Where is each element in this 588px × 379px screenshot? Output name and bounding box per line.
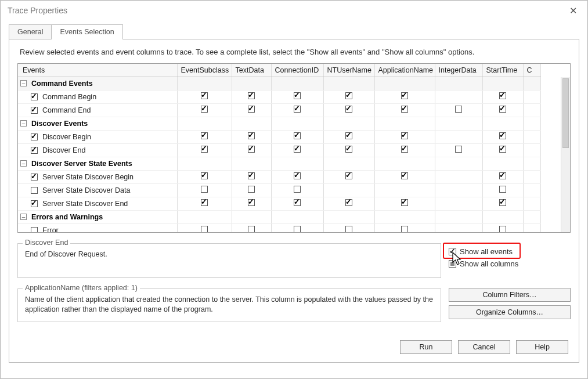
cell-checkbox[interactable] xyxy=(499,172,506,179)
row-select-checkbox[interactable] xyxy=(31,133,38,140)
close-icon[interactable]: ✕ xyxy=(565,3,582,19)
row-select-checkbox[interactable] xyxy=(31,200,38,207)
cell-checkbox[interactable] xyxy=(401,172,408,179)
col-starttime[interactable]: StartTime xyxy=(482,64,523,77)
col-applicationname[interactable]: ApplicationName xyxy=(374,64,435,77)
cell-checkbox[interactable] xyxy=(499,132,506,139)
cancel-button[interactable]: Cancel xyxy=(458,340,510,354)
expand-toggle-icon[interactable]: – xyxy=(20,214,27,220)
cell-checkbox[interactable] xyxy=(455,146,462,153)
cell-checkbox[interactable] xyxy=(248,186,255,193)
cell-checkbox[interactable] xyxy=(401,199,408,206)
group-label: Discover Events xyxy=(31,120,88,128)
event-row[interactable]: Discover End xyxy=(18,143,540,157)
tab-events-selection[interactable]: Events Selection xyxy=(51,24,122,39)
event-row[interactable]: Command Begin xyxy=(18,90,540,103)
cell-checkbox[interactable] xyxy=(248,172,255,179)
show-all-events-checkbox[interactable] xyxy=(449,248,456,255)
scroll-thumb[interactable] xyxy=(562,78,569,148)
show-all-columns-checkbox[interactable] xyxy=(449,260,456,268)
column-detail-legend: ApplicationName (filters applied: 1) xyxy=(23,284,140,292)
cell-checkbox[interactable] xyxy=(345,172,352,179)
cell-checkbox[interactable] xyxy=(294,226,301,232)
event-row[interactable]: Error xyxy=(18,223,540,232)
col-ntusername[interactable]: NTUserName xyxy=(323,64,374,77)
cell-checkbox[interactable] xyxy=(499,226,506,232)
cell-checkbox[interactable] xyxy=(401,106,408,113)
cell-checkbox[interactable] xyxy=(345,226,352,232)
event-label: Server State Discover Begin xyxy=(42,173,134,181)
cell-checkbox[interactable] xyxy=(248,132,255,139)
cell-checkbox[interactable] xyxy=(345,132,352,139)
cell-checkbox[interactable] xyxy=(401,92,408,99)
row-select-checkbox[interactable] xyxy=(31,107,38,114)
cell-checkbox[interactable] xyxy=(201,199,208,206)
row-select-checkbox[interactable] xyxy=(31,174,38,181)
grid-vertical-scrollbar[interactable] xyxy=(561,77,570,232)
event-label: Error xyxy=(42,226,59,233)
run-button[interactable]: Run xyxy=(400,340,452,354)
group-row: –Command Events xyxy=(18,77,540,90)
row-select-checkbox[interactable] xyxy=(31,227,38,233)
cell-checkbox[interactable] xyxy=(294,172,301,179)
cell-checkbox[interactable] xyxy=(201,186,208,193)
cell-checkbox[interactable] xyxy=(201,132,208,139)
cell-checkbox[interactable] xyxy=(401,132,408,139)
col-connectionid[interactable]: ConnectionID xyxy=(271,64,323,77)
event-detail-text: End of Discover Request. xyxy=(25,250,434,259)
cell-checkbox[interactable] xyxy=(345,106,352,113)
cell-checkbox[interactable] xyxy=(401,226,408,232)
cell-checkbox[interactable] xyxy=(455,106,462,113)
cell-checkbox[interactable] xyxy=(248,199,255,206)
cell-checkbox[interactable] xyxy=(294,132,301,139)
tab-general[interactable]: General xyxy=(9,24,52,39)
cell-checkbox[interactable] xyxy=(345,146,352,153)
col-eventsubclass[interactable]: EventSubclass xyxy=(177,64,232,77)
cell-checkbox[interactable] xyxy=(294,186,301,193)
cell-checkbox[interactable] xyxy=(345,92,352,99)
cell-checkbox[interactable] xyxy=(248,92,255,99)
cell-checkbox[interactable] xyxy=(201,172,208,179)
col-overflow[interactable]: C xyxy=(523,64,540,77)
event-detail-legend: Discover End xyxy=(23,239,70,247)
event-row[interactable]: Server State Discover Begin xyxy=(18,170,540,183)
cell-checkbox[interactable] xyxy=(499,199,506,206)
cell-checkbox[interactable] xyxy=(401,146,408,153)
cell-checkbox[interactable] xyxy=(201,106,208,113)
cell-checkbox[interactable] xyxy=(499,106,506,113)
cell-checkbox[interactable] xyxy=(248,146,255,153)
cell-checkbox[interactable] xyxy=(248,226,255,232)
cell-checkbox[interactable] xyxy=(499,92,506,99)
column-filters-button[interactable]: Column Filters… xyxy=(449,288,571,302)
cell-checkbox[interactable] xyxy=(345,199,352,206)
group-label: Command Events xyxy=(31,80,93,88)
event-row[interactable]: Server State Discover End xyxy=(18,197,540,210)
event-row[interactable]: Server State Discover Data xyxy=(18,183,540,197)
expand-toggle-icon[interactable]: – xyxy=(20,80,27,86)
event-row[interactable]: Discover Begin xyxy=(18,130,540,143)
cell-checkbox[interactable] xyxy=(294,106,301,113)
row-select-checkbox[interactable] xyxy=(31,147,38,154)
event-row[interactable]: Command End xyxy=(18,103,540,117)
col-textdata[interactable]: TextData xyxy=(232,64,271,77)
col-events[interactable]: Events xyxy=(18,64,177,77)
row-select-checkbox[interactable] xyxy=(31,93,38,100)
help-button[interactable]: Help xyxy=(516,340,568,354)
cell-checkbox[interactable] xyxy=(201,92,208,99)
cell-checkbox[interactable] xyxy=(201,226,208,232)
events-grid[interactable]: Events EventSubclass TextData Connection… xyxy=(17,63,571,233)
cell-checkbox[interactable] xyxy=(294,92,301,99)
cell-checkbox[interactable] xyxy=(201,146,208,153)
cell-checkbox[interactable] xyxy=(248,106,255,113)
dialog-trace-properties: Trace Properties ✕ General Events Select… xyxy=(0,0,588,379)
cell-checkbox[interactable] xyxy=(294,146,301,153)
cell-checkbox[interactable] xyxy=(294,199,301,206)
cell-checkbox[interactable] xyxy=(499,186,506,193)
expand-toggle-icon[interactable]: – xyxy=(20,120,27,127)
expand-toggle-icon[interactable]: – xyxy=(20,160,27,167)
cell-checkbox[interactable] xyxy=(499,146,506,153)
row-select-checkbox[interactable] xyxy=(31,187,38,194)
col-integerdata[interactable]: IntegerData xyxy=(435,64,482,77)
column-detail-text: Name of the client application that crea… xyxy=(25,295,434,315)
organize-columns-button[interactable]: Organize Columns… xyxy=(449,305,571,319)
